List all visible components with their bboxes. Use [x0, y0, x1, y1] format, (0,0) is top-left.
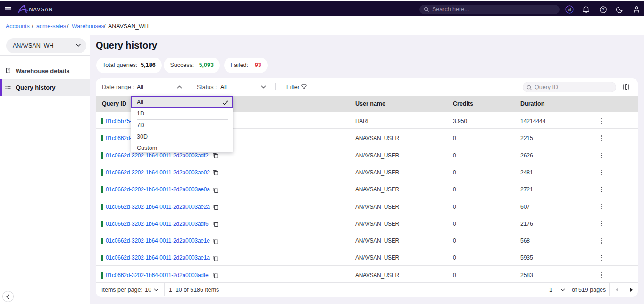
- svg-text:AI: AI: [568, 8, 571, 12]
- svg-text:?: ?: [602, 7, 604, 12]
